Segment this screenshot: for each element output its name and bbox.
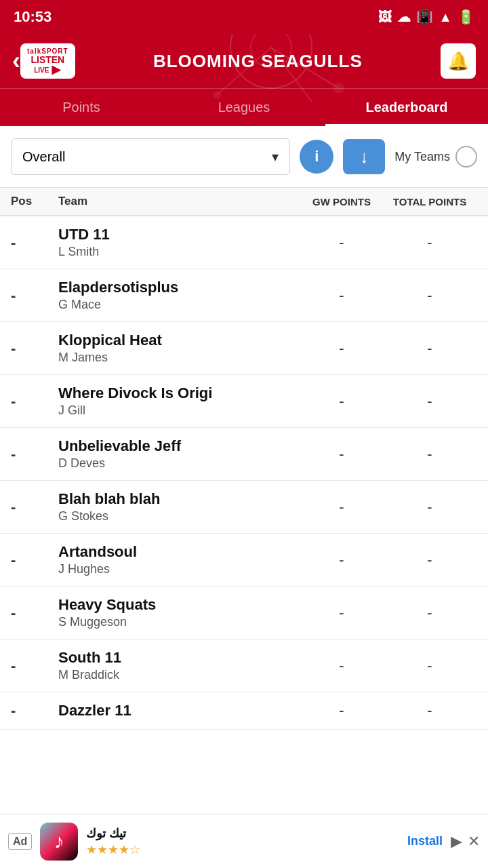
row-owner: L Smith — [58, 245, 301, 259]
row-team-info: South 11 M Braddick — [58, 649, 301, 682]
row-owner: M Braddick — [58, 668, 301, 682]
row-team-name: Heavy Squats — [58, 596, 301, 614]
dropdown-value: Overall — [22, 149, 65, 165]
back-button[interactable]: ‹ — [12, 47, 20, 75]
row-total-points: - — [382, 446, 477, 463]
row-team-info: Heavy Squats S Muggeson — [58, 596, 301, 629]
row-team-name: UTD 11 — [58, 226, 301, 243]
row-total-points: - — [382, 393, 477, 410]
league-title: BLOOMING SEAGULLS — [75, 51, 441, 72]
filter-bar: Overall ▾ i ↓ My Teams — [0, 126, 488, 188]
row-pos: - — [11, 340, 58, 357]
tab-bar: Points Leagues Leaderboard — [0, 88, 488, 126]
row-gw-points: - — [301, 702, 382, 719]
row-team-name: Dazzler 11 — [58, 702, 301, 719]
table-row[interactable]: - Artandsoul J Hughes - - — [0, 534, 488, 587]
status-icons: 🖼 ☁ 📳 ▲ 🔋 — [378, 9, 474, 25]
league-dropdown[interactable]: Overall ▾ — [11, 138, 290, 175]
info-icon: i — [314, 148, 319, 165]
row-pos: - — [11, 657, 58, 675]
vibrate-icon: 📳 — [416, 9, 433, 25]
row-total-points: - — [382, 551, 477, 569]
info-button[interactable]: i — [300, 140, 333, 174]
row-pos: - — [11, 604, 58, 622]
table-row[interactable]: - Unbelievable Jeff D Deves - - — [0, 428, 488, 481]
row-gw-points: - — [301, 604, 382, 622]
logo-live-text: LIVE — [34, 65, 61, 75]
row-team-info: Kloppical Heat M James — [58, 332, 301, 365]
tab-leaderboard[interactable]: Leaderboard — [325, 89, 488, 126]
row-gw-points: - — [301, 446, 382, 463]
row-gw-points: - — [301, 657, 382, 675]
table-row[interactable]: - Elapdersotisplus G Mace - - — [0, 269, 488, 322]
table-body: - UTD 11 L Smith - - - Elapdersotisplus … — [0, 216, 488, 730]
bell-button[interactable]: 🔔 — [441, 43, 476, 79]
row-team-name: South 11 — [58, 649, 301, 667]
my-teams-toggle[interactable]: My Teams — [394, 146, 477, 167]
row-gw-points: - — [301, 340, 382, 357]
play-icon — [52, 65, 61, 75]
row-owner: D Deves — [58, 456, 301, 471]
row-gw-points: - — [301, 234, 382, 252]
row-total-points: - — [382, 234, 477, 252]
row-gw-points: - — [301, 287, 382, 304]
table-header: Pos Team GW POINTS TOTAL POINTS — [0, 188, 488, 216]
table-row[interactable]: - Kloppical Heat M James - - — [0, 322, 488, 375]
row-team-info: Elapdersotisplus G Mace — [58, 279, 301, 312]
row-team-info: Blah blah blah G Stokes — [58, 490, 301, 524]
cloud-icon: ☁ — [397, 9, 411, 25]
my-teams-label: My Teams — [394, 150, 450, 164]
row-team-name: Artandsoul — [58, 543, 301, 561]
row-owner: M James — [58, 351, 301, 365]
header-content: ‹ talkSPORT LISTEN LIVE BLOOMING SEAGULL… — [0, 34, 488, 88]
row-total-points: - — [382, 702, 477, 719]
table-row[interactable]: - Where Divock Is Origi J Gill - - — [0, 375, 488, 428]
row-team-info: Unbelievable Jeff D Deves — [58, 437, 301, 471]
row-owner: G Stokes — [58, 509, 301, 524]
row-owner: S Muggeson — [58, 615, 301, 629]
status-bar: 10:53 🖼 ☁ 📳 ▲ 🔋 — [0, 0, 488, 34]
col-header-team: Team — [58, 195, 301, 208]
tab-points[interactable]: Points — [0, 89, 163, 126]
col-header-pos: Pos — [11, 195, 58, 208]
table-row[interactable]: - Heavy Squats S Muggeson - - — [0, 587, 488, 639]
tab-leagues[interactable]: Leagues — [163, 89, 325, 126]
row-team-name: Kloppical Heat — [58, 332, 301, 349]
row-owner: J Hughes — [58, 562, 301, 576]
download-icon: ↓ — [360, 146, 369, 167]
row-owner: J Gill — [58, 403, 301, 418]
row-pos: - — [11, 551, 58, 569]
row-gw-points: - — [301, 498, 382, 516]
row-team-name: Blah blah blah — [58, 490, 301, 508]
chevron-down-icon: ▾ — [272, 149, 279, 165]
row-total-points: - — [382, 604, 477, 622]
row-gw-points: - — [301, 551, 382, 569]
row-pos: - — [11, 287, 58, 304]
toggle-circle-icon — [455, 146, 477, 167]
battery-icon: 🔋 — [458, 9, 474, 25]
image-icon: 🖼 — [378, 9, 392, 25]
row-pos: - — [11, 498, 58, 516]
table-row[interactable]: - Dazzler 11 - - — [0, 692, 488, 730]
row-pos: - — [11, 702, 58, 719]
row-team-info: UTD 11 L Smith — [58, 226, 301, 259]
download-button[interactable]: ↓ — [343, 139, 385, 174]
row-pos: - — [11, 446, 58, 463]
table-row[interactable]: - Blah blah blah G Stokes - - — [0, 481, 488, 534]
row-total-points: - — [382, 340, 477, 357]
table-row[interactable]: - South 11 M Braddick - - — [0, 639, 488, 692]
row-team-info: Dazzler 11 — [58, 702, 301, 719]
table-row[interactable]: - UTD 11 L Smith - - — [0, 216, 488, 269]
header: ‹ talkSPORT LISTEN LIVE BLOOMING SEAGULL… — [0, 34, 488, 126]
row-team-name: Where Divock Is Origi — [58, 384, 301, 402]
row-owner: G Mace — [58, 298, 301, 312]
logo-listen-text: LISTEN — [30, 55, 64, 65]
row-total-points: - — [382, 287, 477, 304]
row-total-points: - — [382, 657, 477, 675]
status-time: 10:53 — [14, 8, 52, 26]
row-pos: - — [11, 234, 58, 252]
talksport-logo: talkSPORT LISTEN LIVE — [20, 43, 75, 79]
row-team-info: Artandsoul J Hughes — [58, 543, 301, 576]
col-header-gw: GW POINTS — [301, 196, 382, 208]
row-team-name: Elapdersotisplus — [58, 279, 301, 296]
